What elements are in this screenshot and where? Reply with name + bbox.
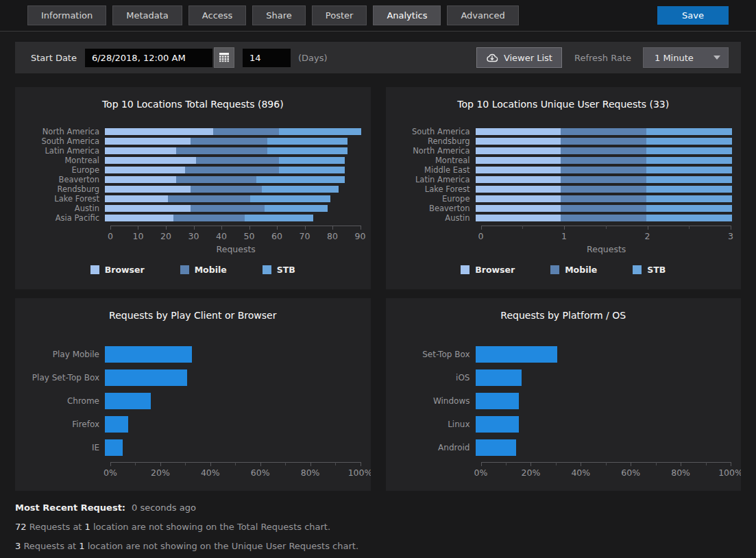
chart-row: Latin America	[395, 175, 733, 184]
chart-rows: Play MobilePlay Set-Top BoxChromeFirefox…	[24, 343, 362, 459]
category-label: Rendsburg	[395, 136, 476, 146]
bar-segment-mobile	[191, 205, 265, 212]
category-label: South America	[24, 136, 105, 146]
bar-segment-mobile	[561, 167, 646, 173]
chevron-down-icon	[714, 56, 720, 60]
axis-tick-label: 40%	[201, 468, 220, 478]
tab-analytics[interactable]: Analytics	[373, 5, 441, 25]
chart-title: Top 10 Locations Total Requests (896)	[24, 99, 362, 110]
bar-segment-stb	[256, 176, 345, 183]
tab-information[interactable]: Information	[27, 5, 106, 25]
bar	[476, 393, 520, 409]
tab-share[interactable]: Share	[252, 5, 306, 25]
viewer-list-button[interactable]: Viewer List	[476, 47, 562, 68]
category-label: Lake Forest	[395, 184, 476, 194]
axis-tick	[260, 462, 261, 466]
bar-track	[476, 369, 733, 386]
bar-track	[105, 147, 362, 154]
bar-segment-browser	[476, 186, 561, 193]
bar-segment-stb	[279, 157, 345, 164]
save-button[interactable]: Save	[657, 6, 729, 25]
bar-segment-browser	[105, 128, 213, 135]
bar-track	[476, 186, 733, 193]
tab-access[interactable]: Access	[188, 5, 247, 25]
axis-tick	[731, 226, 731, 230]
bar-track	[476, 138, 733, 145]
axis-tick	[731, 462, 731, 466]
bar-track	[476, 346, 733, 363]
note-number: 1	[79, 541, 84, 551]
bar-segment-mobile	[561, 205, 646, 212]
chart-legend: BrowserMobileSTB	[395, 265, 733, 275]
axis-tick-label: 20%	[151, 468, 170, 478]
category-label: Lake Forest	[24, 194, 105, 204]
bar-track	[105, 176, 362, 183]
most-recent-request-line: Most Recent Request: 0 seconds ago	[15, 502, 756, 513]
bar-segment-browser	[105, 195, 168, 202]
refresh-rate-dropdown[interactable]: 1 Minute	[643, 47, 729, 68]
bar-track	[105, 215, 362, 221]
bar-segment-stb	[279, 167, 345, 173]
bar-track	[476, 128, 733, 135]
axis-minor-tick	[135, 462, 136, 465]
bar-segment-mobile	[176, 176, 256, 183]
axis-tick-label: 20	[160, 231, 171, 241]
category-label: North America	[395, 146, 476, 156]
chart-row: North America	[24, 127, 362, 136]
bar-segment-browser	[476, 128, 561, 135]
chart-row: Austin	[24, 204, 362, 213]
axis-tick	[581, 462, 581, 466]
axis-tick-label: 3	[728, 231, 733, 241]
category-label: Play Set-Top Box	[24, 373, 105, 383]
bar-track	[476, 167, 733, 173]
chart-axis: 0123	[481, 226, 731, 244]
bar-track	[105, 157, 362, 164]
axis-tick	[166, 226, 167, 230]
bar-segment-browser	[105, 176, 176, 183]
days-input[interactable]	[243, 49, 291, 67]
tab-bar: InformationMetadataAccessSharePosterAnal…	[0, 0, 756, 32]
tab-advanced[interactable]: Advanced	[447, 5, 518, 25]
bar-track	[105, 128, 362, 135]
chart-row: Beaverton	[24, 175, 362, 184]
bar-track	[476, 195, 733, 202]
axis-minor-tick	[556, 462, 557, 465]
analytics-page: InformationMetadataAccessSharePosterAnal…	[0, 0, 756, 558]
bar-segment-stb	[267, 147, 347, 154]
chart-panel-platform-os: Requests by Platform / OS Set-Top BoxiOS…	[386, 298, 742, 491]
axis-tick-label: 1	[561, 231, 567, 241]
category-label: Windows	[395, 396, 476, 406]
bar-track	[105, 205, 362, 212]
tab-metadata[interactable]: Metadata	[112, 5, 182, 25]
note-text: Requests at	[27, 522, 85, 532]
calendar-button[interactable]	[214, 47, 234, 68]
legend-label: STB	[647, 265, 666, 275]
axis-tick	[138, 226, 138, 230]
chart-xlabel: Requests	[110, 244, 362, 254]
bar-track	[105, 167, 362, 173]
legend-label: Browser	[105, 265, 145, 275]
note-number: 1	[85, 522, 90, 532]
most-recent-request-value: 0 seconds ago	[132, 502, 196, 513]
legend-swatch	[633, 265, 642, 274]
cloud-download-icon	[486, 53, 498, 63]
bar-track	[105, 369, 362, 386]
category-label: Firefox	[24, 420, 105, 429]
chart-row: Middle East	[395, 165, 733, 175]
start-date-input[interactable]	[85, 49, 212, 67]
legend-label: Mobile	[195, 265, 227, 275]
bar-segment-stb	[646, 147, 732, 154]
bar-segment-stb	[267, 138, 347, 145]
axis-tick-label: 0	[478, 231, 484, 241]
axis-tick	[531, 462, 531, 466]
axis-tick-label: 40	[216, 231, 227, 241]
bar-segment-stb	[646, 186, 732, 193]
legend-item-stb: STB	[633, 265, 666, 275]
bar-track	[105, 346, 362, 363]
bar-track	[105, 439, 362, 456]
refresh-rate-value: 1 Minute	[655, 53, 694, 63]
tab-poster[interactable]: Poster	[312, 5, 367, 25]
bar-track	[476, 157, 733, 164]
chart-panel-play-client: Requests by Play Client or Browser Play …	[15, 298, 371, 491]
chart-row: Chrome	[24, 389, 362, 413]
